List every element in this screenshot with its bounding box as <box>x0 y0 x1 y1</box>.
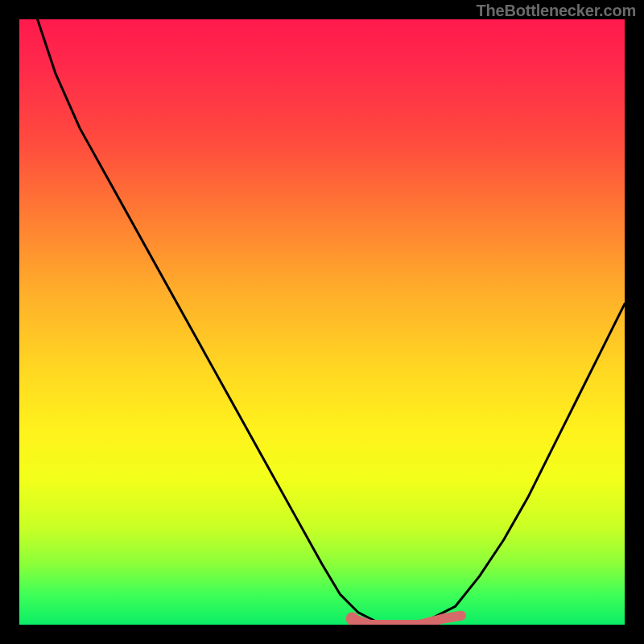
watermark-text: TheBottlenecker.com <box>477 2 637 20</box>
curve-line <box>38 19 625 625</box>
chart-frame: TheBottlenecker.com <box>0 0 644 644</box>
plot-area <box>19 19 625 625</box>
chart-svg <box>19 19 625 625</box>
svg-point-0 <box>346 612 359 625</box>
highlight-line <box>353 616 461 625</box>
highlight-dot <box>346 612 359 625</box>
